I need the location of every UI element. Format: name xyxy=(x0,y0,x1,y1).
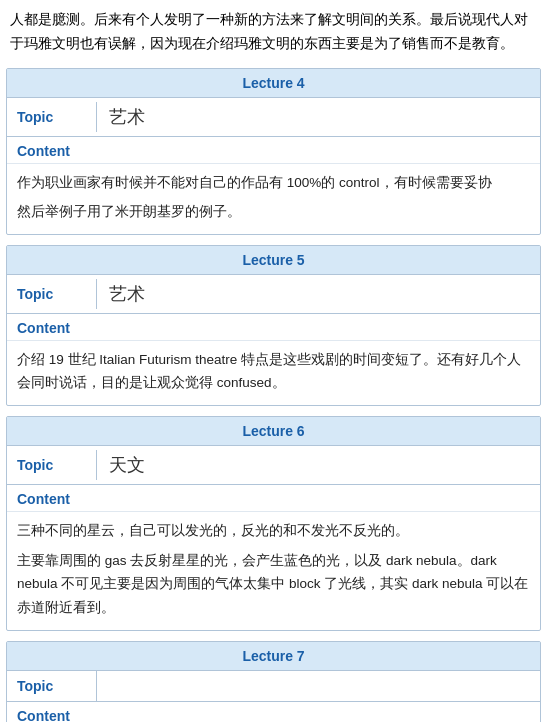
topic-value-lecture5: 艺术 xyxy=(97,275,157,313)
lecture-header-lecture5: Lecture 5 xyxy=(7,246,540,275)
lecture-block-lecture7: Lecture 7TopicContent xyxy=(6,641,541,722)
topic-value-lecture7 xyxy=(97,679,121,693)
topic-row-lecture5: Topic艺术 xyxy=(7,275,540,314)
content-paragraph: 介绍 19 世纪 Italian Futurism theatre 特点是这些戏… xyxy=(17,348,530,395)
topic-row-lecture6: Topic天文 xyxy=(7,446,540,485)
topic-row-lecture7: Topic xyxy=(7,671,540,702)
content-label-lecture7: Content xyxy=(7,702,540,722)
lecture-block-lecture4: Lecture 4Topic艺术Content作为职业画家有时候并不能对自己的作… xyxy=(6,68,541,235)
content-paragraph: 主要靠周围的 gas 去反射星星的光，会产生蓝色的光，以及 dark nebul… xyxy=(17,549,530,620)
lecture-header-lecture7: Lecture 7 xyxy=(7,642,540,671)
topic-value-lecture6: 天文 xyxy=(97,446,157,484)
intro-text: 人都是臆测。后来有个人发明了一种新的方法来了解文明间的关系。最后说现代人对于玛雅… xyxy=(0,0,547,68)
topic-label-lecture6: Topic xyxy=(7,450,97,480)
content-label-lecture6: Content xyxy=(7,485,540,512)
lecture-block-lecture5: Lecture 5Topic艺术Content介绍 19 世纪 Italian … xyxy=(6,245,541,406)
intro-section: 人都是臆测。后来有个人发明了一种新的方法来了解文明间的关系。最后说现代人对于玛雅… xyxy=(0,0,547,68)
lecture-block-lecture6: Lecture 6Topic天文Content三种不同的星云，自己可以发光的，反… xyxy=(6,416,541,631)
topic-label-lecture7: Topic xyxy=(7,671,97,701)
lecture-header-lecture4: Lecture 4 xyxy=(7,69,540,98)
topic-row-lecture4: Topic艺术 xyxy=(7,98,540,137)
content-text-lecture5: 介绍 19 世纪 Italian Futurism theatre 特点是这些戏… xyxy=(7,341,540,405)
content-text-lecture4: 作为职业画家有时候并不能对自己的作品有 100%的 control，有时候需要妥… xyxy=(7,164,540,234)
content-paragraph: 然后举例子用了米开朗基罗的例子。 xyxy=(17,200,530,224)
content-text-lecture6: 三种不同的星云，自己可以发光的，反光的和不发光不反光的。主要靠周围的 gas 去… xyxy=(7,512,540,630)
topic-label-lecture4: Topic xyxy=(7,102,97,132)
lecture-header-lecture6: Lecture 6 xyxy=(7,417,540,446)
topic-value-lecture4: 艺术 xyxy=(97,98,157,136)
content-paragraph: 作为职业画家有时候并不能对自己的作品有 100%的 control，有时候需要妥… xyxy=(17,171,530,195)
content-label-lecture5: Content xyxy=(7,314,540,341)
content-label-lecture4: Content xyxy=(7,137,540,164)
topic-label-lecture5: Topic xyxy=(7,279,97,309)
content-paragraph: 三种不同的星云，自己可以发光的，反光的和不发光不反光的。 xyxy=(17,519,530,543)
